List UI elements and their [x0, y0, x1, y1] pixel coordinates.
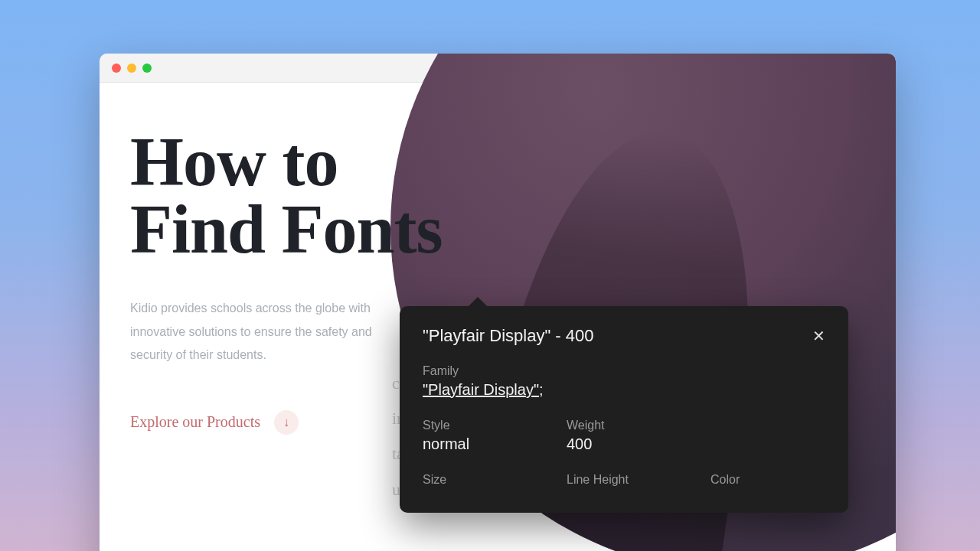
- weight-label: Weight: [567, 419, 674, 432]
- window-maximize-button[interactable]: [142, 64, 152, 73]
- close-icon[interactable]: ✕: [812, 328, 825, 344]
- family-label: Family: [423, 364, 825, 378]
- weight-value: 400: [567, 435, 674, 453]
- popover-header: "Playfair Display" - 400 ✕: [423, 326, 825, 346]
- arrow-down-icon: ↓: [274, 410, 299, 435]
- explore-label: Explore our Products: [130, 413, 260, 431]
- lineheight-label: Line Height: [567, 473, 674, 487]
- color-label: Color: [710, 473, 818, 487]
- popover-title: "Playfair Display" - 400: [423, 326, 593, 346]
- window-minimize-button[interactable]: [127, 64, 136, 73]
- popover-style-weight-row: Style normal Weight 400: [423, 419, 825, 453]
- page-title[interactable]: How to Find Fonts: [130, 129, 544, 263]
- window-close-button[interactable]: [112, 64, 121, 73]
- popover-family-row: Family "Playfair Display";: [423, 364, 825, 399]
- title-line-1: How to: [130, 124, 338, 200]
- font-inspector-popover: "Playfair Display" - 400 ✕ Family "Playf…: [400, 306, 848, 513]
- style-value: normal: [423, 435, 530, 453]
- style-label: Style: [423, 419, 530, 432]
- family-value[interactable]: "Playfair Display";: [423, 381, 825, 399]
- hero-subtitle[interactable]: Kidio provides schools across the globe …: [130, 297, 406, 367]
- title-line-2: Find Fonts: [130, 191, 443, 267]
- popover-size-row: Size Line Height Color: [423, 473, 825, 490]
- size-label: Size: [423, 473, 530, 487]
